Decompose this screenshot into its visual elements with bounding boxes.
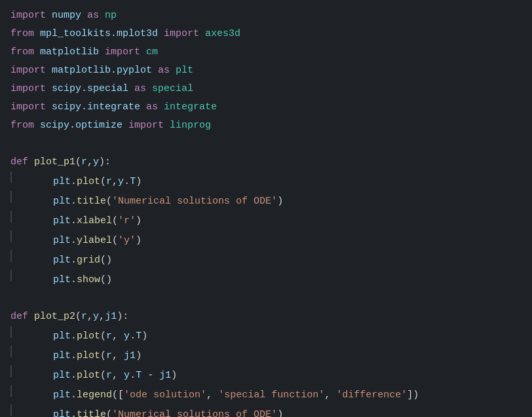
code-text — [35, 173, 53, 190]
code-text: ( — [100, 367, 106, 384]
code-text — [140, 44, 146, 61]
code-line: plt.show() — [0, 270, 532, 289]
code-text — [81, 7, 87, 24]
code-text: ) — [136, 348, 142, 365]
method-name: xlabel — [77, 213, 112, 230]
code-line: import matplotlib.pyplot as plt — [0, 62, 532, 80]
code-text: . — [130, 328, 136, 345]
string-value: 'difference' — [336, 387, 407, 404]
code-line: plt.plot(r,y.T) — [0, 172, 532, 191]
code-text — [35, 213, 53, 230]
param: y — [118, 173, 124, 190]
code-text — [99, 7, 105, 24]
keyword-def: def — [10, 308, 28, 325]
module-name: numpy — [52, 7, 81, 24]
keyword: import — [10, 7, 46, 24]
code-line: plt.plot(r, y.T) — [0, 326, 532, 346]
code-text: ) — [171, 367, 177, 384]
param: r — [81, 308, 87, 325]
code-text: ( — [100, 328, 106, 345]
code-text: , — [112, 173, 118, 190]
code-editor: import numpy as np from mpl_toolkits.mpl… — [0, 0, 532, 417]
code-text: . — [71, 252, 77, 269]
param: y — [93, 308, 99, 325]
code-text: ) — [142, 328, 147, 345]
code-text: ): — [99, 154, 111, 171]
code-text — [146, 81, 152, 98]
indent-indicator — [10, 346, 12, 357]
code-text — [170, 62, 176, 79]
keyword: import — [128, 117, 164, 134]
code-text: . — [71, 193, 77, 210]
code-line: plt.plot(r, j1) — [0, 346, 532, 365]
code-text — [164, 117, 170, 134]
keyword: from — [10, 117, 34, 134]
indent-indicator — [10, 405, 12, 416]
keyword-as: as — [134, 81, 146, 98]
code-text: . — [71, 387, 77, 404]
keyword: from — [10, 26, 34, 43]
code-text — [128, 81, 134, 98]
code-text — [28, 154, 34, 171]
string-value: 'r' — [118, 213, 136, 230]
code-line: plt.title('Numerical solutions of ODE') — [0, 405, 532, 417]
code-line: def plot_p2(r,y,j1): — [0, 308, 532, 326]
alias: integrate — [164, 99, 217, 116]
indent-indicator — [10, 326, 12, 338]
param: r — [106, 367, 112, 384]
code-text: . — [71, 328, 77, 345]
method-name: ylabel — [77, 232, 112, 249]
string-value: 'special function' — [218, 387, 324, 404]
code-text: ( — [100, 173, 106, 190]
imported-name: cm — [146, 44, 158, 61]
code-text: ) — [136, 173, 142, 190]
code-line: plt.plot(r, y.T - j1) — [0, 365, 532, 385]
code-line: import scipy.integrate as integrate — [0, 98, 532, 117]
param: r — [106, 328, 112, 345]
code-text: , — [87, 154, 93, 171]
code-text: - — [142, 367, 159, 384]
string-value: 'Numerical solutions of ODE' — [112, 407, 277, 417]
code-text — [46, 62, 52, 79]
code-text: , — [324, 387, 336, 404]
code-text: ) — [277, 407, 283, 417]
method-name: title — [77, 407, 106, 417]
code-text: , — [112, 348, 124, 365]
object-name: plt — [53, 407, 71, 417]
code-text: ( — [112, 232, 118, 249]
code-text — [28, 308, 34, 325]
object-name: plt — [53, 232, 71, 249]
code-text — [34, 117, 40, 134]
code-line: plt.xlabel('r') — [0, 211, 532, 230]
indent-indicator — [10, 385, 12, 397]
code-line: from mpl_toolkits.mplot3d import axes3d — [0, 25, 532, 43]
param: y — [93, 154, 99, 171]
method-name: show — [77, 272, 100, 289]
method-name: plot — [77, 173, 100, 190]
code-text: ) — [136, 213, 142, 230]
method-name: plot — [77, 367, 100, 384]
object-name: plt — [53, 213, 71, 230]
code-line: plt.legend(['ode solution', 'special fun… — [0, 385, 532, 405]
code-text: , — [112, 328, 124, 345]
method-name: grid — [77, 252, 100, 269]
object-name: plt — [53, 193, 71, 210]
param: r — [81, 154, 87, 171]
code-text — [46, 7, 52, 24]
code-text — [35, 348, 53, 365]
code-line: from matplotlib import cm — [0, 43, 532, 62]
indent-indicator — [10, 230, 12, 242]
code-text: . — [71, 367, 77, 384]
code-text: . — [130, 367, 136, 384]
param: y — [124, 367, 130, 384]
code-text: ( — [106, 193, 112, 210]
code-text: . — [124, 173, 130, 190]
code-line: plt.title('Numerical solutions of ODE') — [0, 191, 532, 211]
alias: special — [152, 81, 193, 98]
code-text — [35, 252, 53, 269]
code-text: ([ — [112, 387, 124, 404]
code-text — [46, 99, 52, 116]
keyword-as: as — [146, 99, 158, 116]
param: r — [106, 348, 112, 365]
param: r — [106, 173, 112, 190]
